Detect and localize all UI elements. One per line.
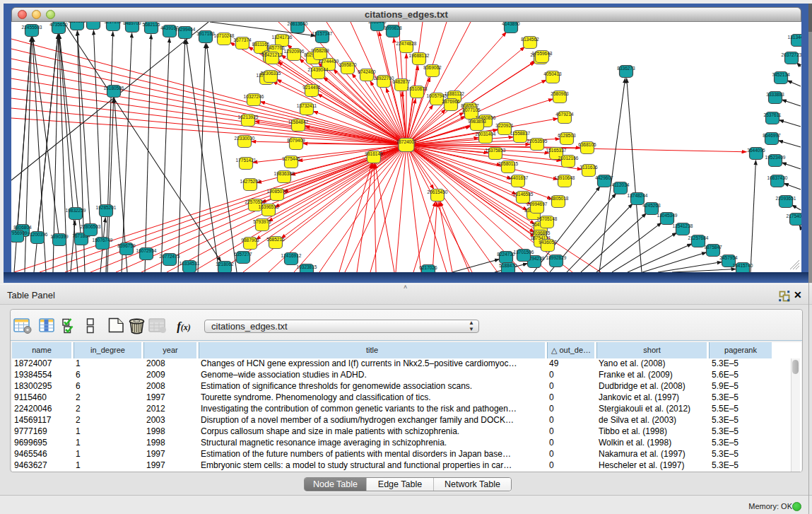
svg-text:11881122: 11881122 xyxy=(445,91,464,96)
svg-text:6357277: 6357277 xyxy=(234,252,252,257)
svg-text:16072954: 16072954 xyxy=(136,248,157,253)
svg-text:9958289: 9958289 xyxy=(311,48,329,53)
svg-text:4143890: 4143890 xyxy=(502,22,520,26)
svg-text:4429607: 4429607 xyxy=(595,175,613,180)
svg-text:6457765: 6457765 xyxy=(266,45,285,50)
svg-text:9436057: 9436057 xyxy=(539,240,557,245)
svg-text:2066449: 2066449 xyxy=(368,22,387,24)
svg-text:5793975: 5793975 xyxy=(253,219,271,224)
svg-text:5682115: 5682115 xyxy=(143,22,160,27)
svg-text:3644095: 3644095 xyxy=(747,148,765,153)
svg-text:1890399: 1890399 xyxy=(50,234,69,239)
svg-text:18724007: 18724007 xyxy=(396,139,417,144)
svg-text:11584847: 11584847 xyxy=(288,119,309,124)
svg-text:13910648: 13910648 xyxy=(555,175,575,180)
svg-text:22093651: 22093651 xyxy=(776,196,796,201)
svg-text:19299464: 19299464 xyxy=(175,27,196,32)
svg-text:22744459: 22744459 xyxy=(319,59,339,64)
svg-text:3677374: 3677374 xyxy=(233,37,252,42)
svg-text:10837430: 10837430 xyxy=(767,175,788,180)
svg-text:19523409: 19523409 xyxy=(765,155,786,160)
svg-text:17559643: 17559643 xyxy=(532,51,553,56)
svg-text:6368105: 6368105 xyxy=(578,142,596,147)
svg-text:21200396: 21200396 xyxy=(28,232,48,237)
svg-text:10334531: 10334531 xyxy=(180,261,200,266)
svg-text:17956909: 17956909 xyxy=(11,230,28,235)
svg-text:16705148: 16705148 xyxy=(537,216,558,221)
svg-text:9275445: 9275445 xyxy=(282,156,300,161)
svg-text:2580963: 2580963 xyxy=(551,91,569,96)
svg-text:8396759: 8396759 xyxy=(117,243,136,248)
svg-text:18992829: 18992829 xyxy=(546,255,567,260)
svg-text:17751421: 17751421 xyxy=(236,158,257,163)
svg-text:13134457: 13134457 xyxy=(788,35,801,40)
svg-text:9214491: 9214491 xyxy=(302,85,321,90)
svg-text:22455603: 22455603 xyxy=(22,25,42,30)
svg-text:12416912: 12416912 xyxy=(281,253,302,258)
svg-text:4735650: 4735650 xyxy=(49,22,68,27)
svg-text:5188470: 5188470 xyxy=(499,263,517,268)
svg-text:1999828: 1999828 xyxy=(384,25,402,30)
svg-text:20031404: 20031404 xyxy=(476,132,496,136)
svg-text:19836388: 19836388 xyxy=(274,171,295,176)
svg-text:4112034: 4112034 xyxy=(612,182,630,187)
svg-text:21012166: 21012166 xyxy=(558,156,579,160)
svg-text:5685216: 5685216 xyxy=(266,237,285,242)
svg-text:22306335: 22306335 xyxy=(261,71,281,76)
svg-text:21439044: 21439044 xyxy=(308,67,329,72)
svg-text:6217026: 6217026 xyxy=(419,265,437,270)
svg-text:19285201: 19285201 xyxy=(96,205,117,210)
svg-text:1218062: 1218062 xyxy=(216,262,234,267)
svg-text:8369062: 8369062 xyxy=(423,65,442,70)
svg-text:16213925: 16213925 xyxy=(238,115,259,119)
svg-text:2876966: 2876966 xyxy=(442,99,460,104)
svg-text:9217207: 9217207 xyxy=(104,22,122,24)
svg-text:15180586: 15180586 xyxy=(104,86,124,90)
svg-text:20772475: 20772475 xyxy=(160,254,180,259)
svg-text:10710248: 10710248 xyxy=(214,33,235,38)
svg-text:9887903: 9887903 xyxy=(241,238,259,243)
svg-text:9875847: 9875847 xyxy=(704,245,722,250)
svg-text:2537611: 2537611 xyxy=(764,112,782,117)
svg-text:10327246: 10327246 xyxy=(244,94,264,99)
svg-text:15375853: 15375853 xyxy=(486,148,506,153)
svg-text:12920906: 12920906 xyxy=(284,49,305,54)
svg-text:9816145: 9816145 xyxy=(365,151,383,156)
svg-text:3395870: 3395870 xyxy=(339,62,357,67)
svg-text:4245263: 4245263 xyxy=(642,203,661,208)
svg-text:18922760: 18922760 xyxy=(374,76,394,81)
svg-text:3220921: 3220921 xyxy=(495,123,514,128)
svg-text:20994697: 20994697 xyxy=(527,201,548,206)
svg-text:22474828: 22474828 xyxy=(396,41,417,46)
svg-text:6128503: 6128503 xyxy=(558,133,576,138)
svg-text:6482877: 6482877 xyxy=(392,79,411,84)
svg-text:3333883: 3333883 xyxy=(766,92,784,97)
svg-text:22806503: 22806503 xyxy=(81,224,101,229)
svg-text:22330030: 22330030 xyxy=(235,136,255,141)
svg-text:13701506: 13701506 xyxy=(514,250,534,255)
svg-text:15157347: 15157347 xyxy=(312,31,333,36)
svg-text:13748244: 13748244 xyxy=(628,193,648,198)
svg-text:20580115: 20580115 xyxy=(498,161,519,166)
svg-text:12541238: 12541238 xyxy=(673,223,693,228)
svg-text:10228452: 10228452 xyxy=(83,22,104,23)
svg-text:10323815: 10323815 xyxy=(297,264,317,269)
svg-text:22053595: 22053595 xyxy=(527,139,548,144)
svg-text:8489709: 8489709 xyxy=(123,22,141,25)
svg-text:8079409: 8079409 xyxy=(287,138,305,143)
svg-text:2457954: 2457954 xyxy=(719,255,738,260)
svg-text:8336273: 8336273 xyxy=(617,66,635,71)
svg-text:4679214: 4679214 xyxy=(555,112,574,117)
svg-text:11558837: 11558837 xyxy=(510,131,531,136)
svg-text:8224730: 8224730 xyxy=(497,252,515,257)
svg-text:3917183: 3917183 xyxy=(196,31,215,36)
svg-text:8806804: 8806804 xyxy=(13,225,32,230)
svg-text:16396513: 16396513 xyxy=(259,204,279,209)
svg-text:19085076: 19085076 xyxy=(267,189,288,194)
svg-text:9983893: 9983893 xyxy=(468,119,486,124)
svg-text:4050413: 4050413 xyxy=(543,71,562,76)
svg-text:19832259: 19832259 xyxy=(66,208,86,213)
svg-text:21754078: 21754078 xyxy=(787,214,801,218)
svg-text:14275203: 14275203 xyxy=(240,179,261,184)
svg-text:2077105: 2077105 xyxy=(462,107,481,112)
